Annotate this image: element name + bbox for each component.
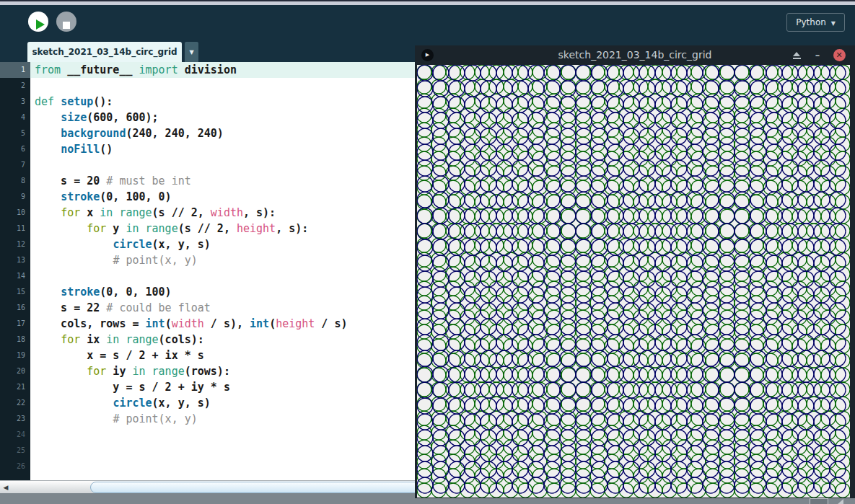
line-number: 2 — [0, 78, 30, 94]
stop-button[interactable] — [56, 12, 76, 32]
sketch-canvas — [417, 65, 850, 498]
line-number: 25 — [0, 443, 30, 459]
line-number: 19 — [0, 348, 30, 363]
sketch-tab-label: sketch_2021_03_14b_circ_grid — [32, 47, 177, 57]
line-number: 1 — [0, 62, 30, 78]
line-number: 11 — [0, 221, 30, 236]
line-number: 4 — [0, 110, 30, 125]
line-number: 9 — [0, 189, 30, 205]
shade-icon — [793, 52, 800, 56]
shade-window-button[interactable] — [789, 45, 804, 65]
scroll-left-arrow-icon[interactable]: ◀ — [0, 481, 12, 494]
run-button[interactable] — [28, 12, 48, 32]
close-icon: ✕ — [833, 49, 846, 61]
line-number: 23 — [0, 411, 30, 427]
line-number: 26 — [0, 459, 30, 474]
line-number: 7 — [0, 157, 30, 173]
statusbar-partial-icon — [837, 499, 843, 504]
line-number: 22 — [0, 395, 30, 411]
line-number: 3 — [0, 94, 30, 110]
stop-icon — [63, 22, 70, 29]
line-number: 8 — [0, 173, 30, 189]
sketch-app-icon: ▶ — [421, 49, 434, 61]
line-number: 24 — [0, 427, 30, 443]
sketch-output-window: sketch_2021_03_14b_circ_grid ▶ – ✕ — [415, 45, 855, 498]
line-number: 18 — [0, 332, 30, 348]
line-number: 15 — [0, 284, 30, 300]
line-number: 6 — [0, 141, 30, 157]
minimize-button[interactable]: – — [810, 45, 825, 65]
chevron-down-icon: ▼ — [831, 20, 836, 27]
chevron-down-icon: ▼ — [189, 49, 193, 56]
processing-ide-window: Python▼ sketch_2021_03_14b_circ_grid ▼ 1… — [0, 0, 855, 504]
editor-gutter: 1234567891011121314151617181920212223242… — [0, 62, 30, 480]
minimize-icon: – — [815, 50, 820, 61]
line-number: 10 — [0, 205, 30, 221]
mode-selector-button[interactable]: Python▼ — [786, 13, 845, 32]
line-number: 21 — [0, 379, 30, 395]
sketch-tab[interactable]: sketch_2021_03_14b_circ_grid — [27, 42, 182, 62]
sketch-window-titlebar[interactable]: sketch_2021_03_14b_circ_grid ▶ – ✕ — [415, 45, 855, 65]
line-number: 5 — [0, 125, 30, 141]
mode-label: Python — [796, 17, 826, 27]
shade-icon-bar — [793, 58, 801, 59]
line-number: 16 — [0, 300, 30, 316]
line-number: 17 — [0, 316, 30, 332]
tab-menu-button[interactable]: ▼ — [185, 42, 198, 62]
statusbar-partial-icon — [810, 498, 828, 504]
play-icon — [36, 19, 45, 30]
close-button[interactable]: ✕ — [832, 45, 846, 65]
line-number: 12 — [0, 236, 30, 252]
line-number: 20 — [0, 363, 30, 379]
line-number: 14 — [0, 268, 30, 284]
line-number: 13 — [0, 252, 30, 268]
